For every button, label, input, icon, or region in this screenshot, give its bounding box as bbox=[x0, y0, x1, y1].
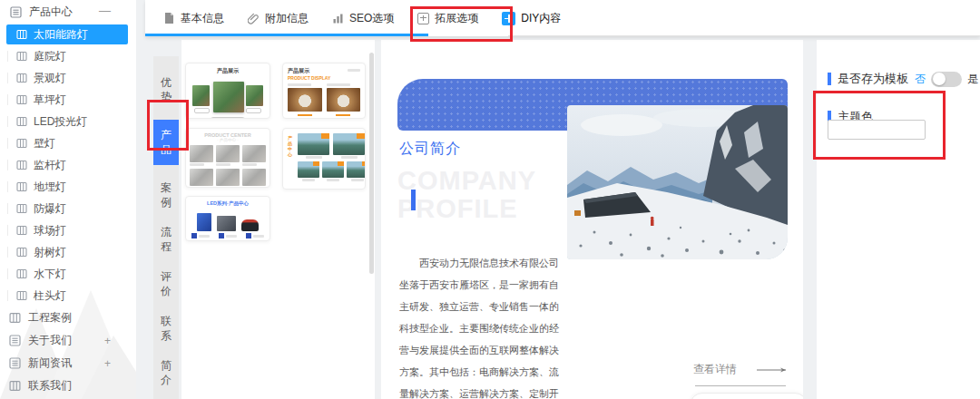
tree-guide bbox=[7, 290, 8, 301]
view-details-label: 查看详情 bbox=[693, 362, 737, 377]
list-icon bbox=[10, 6, 22, 18]
module-tab-cases[interactable]: 案例 bbox=[160, 180, 172, 209]
table-icon bbox=[9, 380, 21, 392]
tree-guide bbox=[7, 116, 8, 127]
sidebar-item-label: 太阳能路灯 bbox=[34, 27, 88, 43]
module-tab-advantage[interactable]: 优势 bbox=[160, 75, 172, 104]
template-card-subtitle: · 产品中心 · bbox=[186, 138, 270, 142]
section-title: 公司简介 bbox=[399, 140, 461, 159]
thumbnail-image bbox=[192, 85, 210, 106]
sidebar-item-label: 防爆灯 bbox=[34, 201, 66, 217]
sidebar-item-label: 庭院灯 bbox=[34, 49, 66, 64]
sidebar-group-product-center[interactable]: 产品中心 — bbox=[0, 0, 136, 24]
plus-square-blue-icon bbox=[502, 12, 515, 25]
sidebar-item-about-us[interactable]: 关于我们+ bbox=[0, 329, 136, 352]
template-card-product-center[interactable]: PRODUCT CENTER · 产品中心 · bbox=[185, 128, 270, 188]
sidebar-item[interactable]: 水下灯 bbox=[0, 263, 136, 285]
sidebar-item[interactable]: 草坪灯 bbox=[0, 89, 136, 111]
sidebar-item[interactable]: 射树灯 bbox=[0, 241, 136, 263]
thumbnail-image bbox=[217, 216, 236, 231]
sidebar-item[interactable]: 防爆灯 bbox=[0, 198, 136, 219]
template-card-gallery[interactable]: 产品中心 bbox=[282, 128, 366, 190]
sidebar-item-project-cases[interactable]: 工程案例 bbox=[0, 307, 136, 329]
module-tab-strip: 优势 产品 案例 流程 评价 联系 简介 我的模板 bbox=[153, 56, 179, 399]
toggle-off-label: 否 bbox=[915, 72, 926, 87]
sidebar-item-label: 联系我们 bbox=[28, 378, 72, 394]
save-template-toggle[interactable] bbox=[931, 72, 962, 87]
tabbar-active-underline bbox=[145, 34, 428, 36]
template-card-title: 产品展示 bbox=[186, 67, 270, 75]
thumbnail-button bbox=[246, 108, 261, 113]
table-icon bbox=[16, 51, 27, 62]
paperclip-icon bbox=[248, 13, 260, 24]
sidebar-item-label: 草坪灯 bbox=[34, 92, 66, 108]
table-icon bbox=[16, 29, 27, 40]
more-link-placeholder bbox=[348, 69, 360, 72]
sidebar-item[interactable]: 柱头灯 bbox=[0, 285, 136, 307]
accent-bar bbox=[828, 73, 831, 85]
thumbnail-scrollbar[interactable] bbox=[369, 53, 374, 274]
sidebar-item-label: 监杆灯 bbox=[34, 158, 66, 173]
template-card-food[interactable]: 产品展示 PRODUCT DISPLAY bbox=[282, 63, 366, 119]
table-icon bbox=[16, 94, 27, 105]
collapse-icon[interactable]: — bbox=[99, 4, 111, 17]
sidebar-item-label: 柱头灯 bbox=[34, 288, 66, 304]
thumbnail-image bbox=[288, 88, 322, 112]
thumbnail-image bbox=[190, 169, 213, 186]
tab-extra-info[interactable]: 附加信息 bbox=[248, 11, 309, 26]
expand-icon[interactable]: + bbox=[104, 357, 111, 370]
sidebar-item[interactable]: 球场打 bbox=[0, 219, 136, 241]
thumbnail-image bbox=[242, 169, 266, 186]
tab-seo-options[interactable]: SEO选项 bbox=[332, 11, 394, 26]
sidebar-item[interactable]: 壁灯 bbox=[0, 132, 136, 154]
tab-expand-options[interactable]: 拓展选项 bbox=[417, 11, 478, 26]
sidebar-item-news[interactable]: 新闻资讯+ bbox=[0, 352, 136, 375]
tree-guide bbox=[7, 181, 8, 192]
ghost-title: COMPANY PROFILE bbox=[397, 167, 536, 223]
table-icon bbox=[16, 138, 27, 149]
sidebar-item[interactable]: LED投光灯 bbox=[0, 111, 136, 132]
chart-icon bbox=[332, 13, 344, 24]
tabbar-border bbox=[508, 35, 980, 36]
sidebar-item[interactable]: 地埋灯 bbox=[0, 176, 136, 198]
sidebar-item-contact-us[interactable]: 联系我们 bbox=[0, 375, 136, 397]
template-card-led-series[interactable]: LED系列·产品中心 bbox=[185, 196, 270, 241]
sidebar-item[interactable]: 庭院灯 bbox=[0, 45, 136, 67]
thumbnail-image bbox=[213, 82, 244, 112]
module-tab-product[interactable]: 产品 bbox=[153, 120, 179, 165]
tree-guide bbox=[7, 247, 8, 258]
diy-preview-panel: COMPANY PROFILE 公司简介 bbox=[381, 40, 803, 399]
sidebar-item-label: 水下灯 bbox=[34, 267, 66, 282]
sidebar-item[interactable]: 监杆灯 bbox=[0, 154, 136, 176]
template-card-subtitle bbox=[186, 75, 270, 81]
module-tab-review[interactable]: 评价 bbox=[160, 269, 172, 298]
tab-diy-content[interactable]: DIY内容 bbox=[502, 11, 561, 26]
tree-guide bbox=[7, 268, 8, 279]
tree-guide bbox=[7, 225, 8, 236]
sidebar-item[interactable]: 景观灯 bbox=[0, 67, 136, 89]
module-tab-process[interactable]: 流程 bbox=[160, 225, 172, 254]
plus-square-icon bbox=[417, 13, 429, 24]
tree-guide bbox=[7, 73, 8, 83]
sidebar-item-solar-street-light[interactable]: 太阳能路灯 bbox=[0, 24, 136, 45]
tree-guide bbox=[7, 94, 8, 105]
module-tab-profile[interactable]: 简介 bbox=[160, 358, 172, 387]
thumbnail-button bbox=[194, 108, 210, 113]
table-icon bbox=[16, 268, 27, 279]
thumbnail-button bbox=[298, 114, 312, 116]
table-icon bbox=[16, 160, 27, 170]
diy-content-editor-screen: 产品中心 — 太阳能路灯 庭院灯 景观灯 草坪灯 LED投光灯 壁灯 监杆灯 地… bbox=[0, 0, 980, 399]
sidebar-item-label: 新闻资讯 bbox=[28, 355, 72, 371]
sidebar-item-label: 关于我们 bbox=[28, 333, 72, 348]
theme-color-input[interactable] bbox=[828, 120, 926, 140]
sidebar-item-label: 球场打 bbox=[34, 223, 66, 238]
view-details-link[interactable]: 查看详情 bbox=[693, 362, 789, 377]
expand-icon[interactable]: + bbox=[104, 335, 111, 347]
tab-basic-info[interactable]: 基本信息 bbox=[163, 11, 224, 26]
template-card-plants[interactable]: 产品展示 bbox=[185, 63, 270, 119]
module-tab-contact[interactable]: 联系 bbox=[160, 314, 172, 343]
settings-panel: 是否存为模板 否 是 主题色 bbox=[817, 40, 980, 399]
table-icon bbox=[16, 116, 27, 127]
table-icon bbox=[16, 225, 27, 236]
mountain-photo bbox=[567, 105, 788, 259]
